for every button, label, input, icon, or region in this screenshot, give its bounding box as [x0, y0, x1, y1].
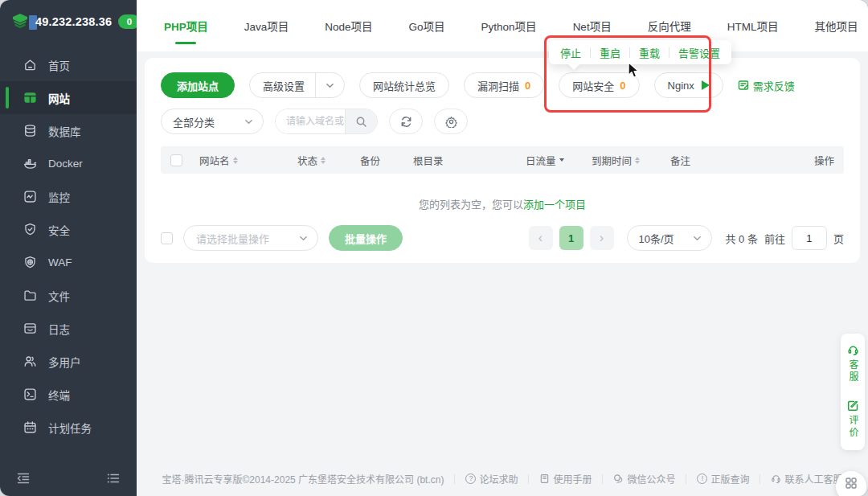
sidebar-item-label: 网站	[48, 90, 70, 106]
divider	[528, 474, 529, 484]
manual-link[interactable]: 使用手册	[539, 472, 592, 486]
divider	[590, 47, 591, 58]
genuine-check-link[interactable]: ! 正版查询	[697, 472, 749, 486]
menu-list-icon[interactable]	[106, 471, 121, 486]
headset-icon	[847, 344, 859, 356]
edit-pencil-icon	[847, 400, 859, 412]
apps-launcher-fab[interactable]	[836, 471, 866, 496]
multi-user-icon	[23, 354, 38, 369]
popover-alarm-settings[interactable]: 告警设置	[678, 45, 720, 60]
search-button[interactable]	[345, 109, 377, 133]
feedback-icon	[738, 80, 749, 91]
sidebar-item-files[interactable]: 文件	[0, 279, 137, 312]
tab-other[interactable]: 其他项目	[814, 0, 858, 51]
sidebar-item-waf[interactable]: WAF	[0, 246, 137, 279]
batch-select-checkbox[interactable]	[161, 232, 173, 244]
rate-widget[interactable]: 评价	[847, 400, 859, 439]
batch-action-select[interactable]: 请选择批量操作	[183, 225, 318, 251]
prev-page-button[interactable]: ‹	[529, 226, 553, 250]
col-backup: 备份	[360, 153, 413, 168]
customer-service-link[interactable]: 联系人工客服	[771, 472, 842, 486]
popover-stop[interactable]: 停止	[560, 45, 581, 60]
sidebar-item-database[interactable]: 数据库	[0, 114, 137, 147]
col-expire-time[interactable]: 到期时间	[592, 153, 670, 168]
search-input[interactable]	[276, 109, 345, 133]
popover-restart[interactable]: 重启	[600, 45, 620, 60]
collapse-sidebar-icon[interactable]	[16, 471, 31, 486]
sort-icon[interactable]	[233, 157, 238, 164]
add-site-button[interactable]: 添加站点	[161, 72, 235, 98]
main-content: PHP项目 Java项目 Node项目 Go项目 Python项目 Net项目 …	[137, 0, 868, 496]
tab-go[interactable]: Go项目	[409, 0, 445, 51]
wechat-icon	[613, 473, 624, 484]
settings-button[interactable]	[434, 109, 468, 134]
sidebar-item-security[interactable]: 安全	[0, 213, 137, 246]
site-security-button[interactable]: 网站安全 0	[559, 72, 639, 98]
floating-side-widget: 客服 评价	[841, 334, 865, 450]
feedback-link[interactable]: 需求反馈	[738, 78, 795, 93]
page-unit: 页	[833, 231, 844, 246]
bt-logo-icon	[11, 13, 29, 31]
popover-reload[interactable]: 重载	[639, 45, 660, 60]
customer-service-icon	[771, 473, 781, 484]
vuln-scan-count: 0	[525, 80, 530, 92]
refresh-button[interactable]	[389, 109, 423, 134]
search-box	[275, 109, 378, 134]
sidebar-item-home[interactable]: 首页	[0, 48, 137, 81]
sidebar-item-monitor[interactable]: 监控	[0, 180, 137, 213]
bt-panel-window: 49.232.238.36 0 首页 网站 数据库 Docker 监控	[0, 0, 868, 496]
goto-page-input[interactable]	[792, 226, 827, 250]
apps-grid-icon	[845, 477, 858, 490]
category-select[interactable]: 全部分类	[161, 109, 264, 134]
sidebar-item-logs[interactable]: 日志	[0, 312, 137, 345]
advanced-settings-button[interactable]: 高级设置	[249, 72, 345, 98]
page-size-select[interactable]: 10条/页	[627, 225, 712, 251]
server-ip[interactable]: 49.232.238.36	[35, 15, 112, 28]
next-page-button[interactable]: ›	[590, 226, 614, 250]
chevron-down-icon[interactable]	[316, 81, 344, 90]
sidebar-item-label: Docker	[48, 158, 83, 170]
sidebar-item-terminal[interactable]: 终端	[0, 378, 137, 411]
sidebar-item-multi-user[interactable]: 多用户	[0, 345, 137, 378]
wechat-link[interactable]: 微信公众号	[613, 472, 675, 486]
current-page[interactable]: 1	[559, 226, 583, 250]
nginx-service-button[interactable]: Nginx	[654, 72, 723, 98]
chevron-down-icon	[693, 234, 702, 243]
tab-html[interactable]: HTML项目	[727, 0, 779, 51]
sidebar-item-docker[interactable]: Docker	[0, 147, 137, 180]
sort-icon[interactable]	[635, 157, 640, 164]
sort-icon[interactable]	[321, 157, 326, 164]
manual-icon	[539, 473, 550, 484]
customer-service-widget[interactable]: 客服	[847, 344, 859, 383]
tab-java[interactable]: Java项目	[244, 0, 289, 51]
database-icon	[23, 123, 38, 138]
batch-action-button[interactable]: 批量操作	[329, 225, 403, 251]
select-all-checkbox[interactable]	[170, 154, 182, 166]
vuln-scan-button[interactable]: 漏洞扫描 0	[464, 72, 544, 98]
tab-python[interactable]: Python项目	[481, 0, 537, 51]
forum-help-link[interactable]: ? 论坛求助	[465, 472, 518, 486]
sidebar-item-label: 监控	[48, 189, 70, 205]
docker-icon	[23, 156, 38, 171]
sidebar-item-label: 安全	[48, 222, 70, 238]
tab-node[interactable]: Node项目	[325, 0, 372, 51]
empty-state: 您的列表为空，您可以添加一个项目	[161, 174, 844, 211]
col-status[interactable]: 状态	[297, 153, 360, 168]
project-tabbar: PHP项目 Java项目 Node项目 Go项目 Python项目 Net项目 …	[137, 0, 868, 51]
sidebar-footer	[0, 461, 137, 496]
tab-php[interactable]: PHP项目	[164, 0, 208, 51]
sidebar-item-website[interactable]: 网站	[0, 81, 137, 114]
sort-desc-icon[interactable]	[559, 158, 564, 162]
search-icon	[355, 116, 367, 128]
col-root-dir: 根目录	[413, 153, 526, 168]
site-stats-button[interactable]: 网站统计总览	[359, 72, 449, 98]
divider	[629, 47, 630, 58]
play-icon	[702, 80, 710, 90]
col-site-name[interactable]: 网站名	[199, 153, 297, 168]
col-daily-traffic[interactable]: 日流量	[526, 153, 592, 168]
sidebar-item-cron[interactable]: 计划任务	[0, 411, 137, 444]
cron-icon	[23, 420, 38, 435]
add-project-link[interactable]: 添加一个项目	[523, 199, 586, 211]
copyright: 宝塔·腾讯云专享版©2014-2025 广东堡塔安全技术有限公司 (bt.cn)	[162, 472, 444, 486]
sidebar-item-label: 终端	[48, 387, 70, 403]
